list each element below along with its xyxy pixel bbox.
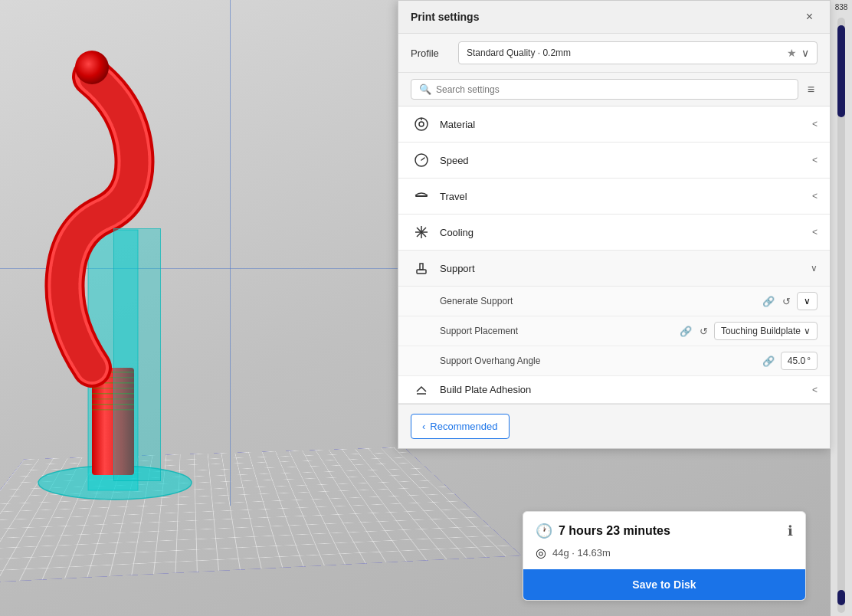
material-spool-icon: ◎ <box>536 546 546 560</box>
time-row: 🕐 7 hours 23 minutes ℹ <box>536 523 793 539</box>
support-sub-placement: Support Placement 🔗 ↺ Touching Buildplat… <box>398 316 830 346</box>
scrollbar-track[interactable] <box>837 18 845 613</box>
speed-icon <box>411 149 432 171</box>
recommended-label: Recommended <box>430 421 497 432</box>
search-row: 🔍 ≡ <box>398 73 830 106</box>
support-sub-overhang: Support Overhang Angle 🔗 45.0 ° <box>398 346 830 376</box>
generate-support-link-icon[interactable]: 🔗 <box>761 294 776 309</box>
recommended-button[interactable]: ‹ Recommended <box>411 414 510 439</box>
support-placement-value: Touching Buildplate <box>721 326 801 336</box>
support-overhang-controls: 🔗 45.0 ° <box>761 352 818 370</box>
placement-dropdown-chevron: ∨ <box>804 326 811 336</box>
print-time: 7 hours 23 minutes <box>559 524 670 538</box>
scrollbar-number: 838 <box>835 3 848 11</box>
time-info-left: 🕐 7 hours 23 minutes <box>536 523 670 539</box>
material-chevron: < <box>812 119 818 129</box>
search-icon: 🔍 <box>419 84 431 95</box>
svg-rect-22 <box>420 264 423 270</box>
profile-select-icons: ★ ∨ <box>787 47 809 59</box>
material-icon <box>411 113 432 135</box>
svg-point-13 <box>419 122 424 126</box>
profile-select[interactable]: Standard Quality · 0.2mm ★ ∨ <box>458 41 818 64</box>
support-placement-controls: 🔗 ↺ Touching Buildplate ∨ <box>678 322 818 340</box>
right-scrollbar[interactable]: 838 <box>831 0 852 616</box>
material-amount: 44g · 14.63m <box>552 547 611 559</box>
profile-label: Profile <box>411 48 449 59</box>
panel-title: Print settings <box>411 11 479 23</box>
travel-icon <box>411 185 432 207</box>
material-label: Material <box>440 119 812 130</box>
cooling-label: Cooling <box>440 227 812 238</box>
support-placement-link-icon[interactable]: 🔗 <box>678 324 693 339</box>
info-icon[interactable]: ℹ <box>788 523 793 539</box>
travel-chevron: < <box>812 191 818 202</box>
material-row: ◎ 44g · 14.63m <box>536 546 793 560</box>
settings-item-speed[interactable]: Speed < <box>398 143 830 179</box>
cooling-chevron: < <box>812 227 818 238</box>
support-overhang-link-icon[interactable]: 🔗 <box>761 354 776 369</box>
svg-point-11 <box>75 51 109 84</box>
support-structure <box>113 228 161 481</box>
support-sub-generate: Generate Support 🔗 ↺ ∨ <box>398 287 830 316</box>
profile-row: Profile Standard Quality · 0.2mm ★ ∨ <box>398 34 830 73</box>
scrollbar-thumb-bottom[interactable] <box>837 590 845 605</box>
generate-support-controls: 🔗 ↺ ∨ <box>761 292 818 310</box>
save-to-disk-button[interactable]: Save to Disk <box>523 569 805 600</box>
scrollbar-thumb-top[interactable] <box>837 25 845 117</box>
settings-item-build-plate[interactable]: Build Plate Adhesion < <box>398 376 830 404</box>
generate-support-reset-icon[interactable]: ↺ <box>781 294 792 309</box>
support-overhang-label: Support Overhang Angle <box>440 356 756 366</box>
support-placement-dropdown[interactable]: Touching Buildplate ∨ <box>714 322 818 340</box>
support-icon <box>411 257 432 279</box>
build-plate-chevron: < <box>812 385 818 395</box>
svg-rect-16 <box>415 195 428 197</box>
search-box[interactable]: 🔍 <box>411 79 798 100</box>
recommended-section: ‹ Recommended <box>398 404 830 448</box>
clock-icon: 🕐 <box>536 523 552 539</box>
bottom-info-panel: 🕐 7 hours 23 minutes ℹ ◎ 44g · 14.63m Sa… <box>523 511 806 601</box>
cooling-icon <box>411 221 432 243</box>
chevron-down-icon: ∨ <box>801 47 809 59</box>
support-placement-reset-icon[interactable]: ↺ <box>698 324 709 339</box>
print-settings-panel: Print settings × Profile Standard Qualit… <box>398 0 831 449</box>
generate-support-label: Generate Support <box>440 296 756 306</box>
support-overhang-value: 45.0 <box>788 356 805 366</box>
profile-select-value: Standard Quality · 0.2mm <box>467 48 571 58</box>
menu-icon[interactable]: ≡ <box>804 80 818 100</box>
settings-item-support[interactable]: Support ∨ <box>398 251 830 287</box>
support-overhang-value-box[interactable]: 45.0 ° <box>781 352 818 370</box>
settings-item-material[interactable]: Material < <box>398 106 830 143</box>
settings-list: Material < Speed < Travel < Cooling < <box>398 106 830 404</box>
support-label: Support <box>440 263 811 274</box>
vertical-guide-line <box>230 0 231 506</box>
star-icon: ★ <box>787 47 797 59</box>
close-button[interactable]: × <box>801 8 818 25</box>
settings-item-cooling[interactable]: Cooling < <box>398 215 830 251</box>
travel-label: Travel <box>440 191 812 202</box>
build-plate-icon <box>411 379 432 401</box>
panel-header: Print settings × <box>398 1 830 34</box>
recommended-chevron-icon: ‹ <box>422 421 425 432</box>
build-plate-label: Build Plate Adhesion <box>440 384 812 395</box>
support-placement-label: Support Placement <box>440 326 673 336</box>
speed-label: Speed <box>440 155 812 166</box>
degree-symbol: ° <box>807 356 811 366</box>
speed-chevron: < <box>812 155 818 165</box>
generate-support-toggle[interactable]: ∨ <box>797 292 818 310</box>
search-input[interactable] <box>436 84 790 95</box>
support-chevron: ∨ <box>811 263 818 274</box>
settings-item-travel[interactable]: Travel < <box>398 179 830 215</box>
